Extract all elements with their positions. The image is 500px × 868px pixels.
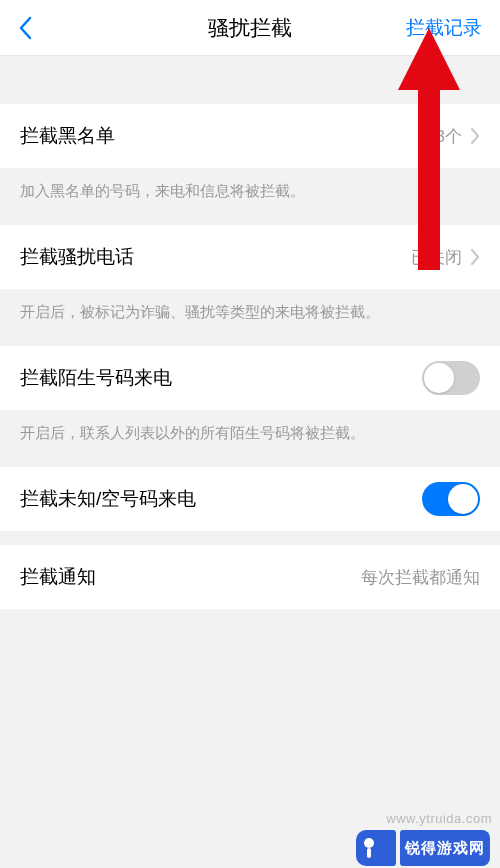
toggle-stranger[interactable] bbox=[422, 361, 480, 395]
row-label: 拦截陌生号码来电 bbox=[20, 365, 172, 391]
back-button[interactable] bbox=[18, 16, 58, 40]
logo-icon bbox=[356, 830, 396, 866]
header: 骚扰拦截 拦截记录 bbox=[0, 0, 500, 56]
row-value: 已关闭 bbox=[411, 246, 462, 269]
row-desc: 开启后，被标记为诈骗、骚扰等类型的来电将被拦截。 bbox=[0, 289, 500, 346]
row-desc: 开启后，联系人列表以外的所有陌生号码将被拦截。 bbox=[0, 410, 500, 467]
row-desc: 加入黑名单的号码，来电和信息将被拦截。 bbox=[0, 168, 500, 225]
row-blacklist[interactable]: 拦截黑名单 3个 bbox=[0, 104, 500, 168]
row-right: 3个 bbox=[436, 125, 480, 148]
row-label: 拦截通知 bbox=[20, 564, 96, 590]
chevron-right-icon bbox=[470, 127, 480, 145]
site-logo: 锐得游戏网 bbox=[356, 830, 490, 866]
row-value: 每次拦截都通知 bbox=[361, 566, 480, 589]
section-gap bbox=[0, 531, 500, 545]
row-block-stranger: 拦截陌生号码来电 bbox=[0, 346, 500, 410]
row-right: 已关闭 bbox=[411, 246, 480, 269]
row-label: 拦截黑名单 bbox=[20, 123, 115, 149]
row-label: 拦截未知/空号码来电 bbox=[20, 486, 196, 512]
row-value: 3个 bbox=[436, 125, 462, 148]
row-label: 拦截骚扰电话 bbox=[20, 244, 134, 270]
records-button[interactable]: 拦截记录 bbox=[406, 15, 482, 41]
toggle-knob bbox=[448, 484, 478, 514]
row-block-unknown: 拦截未知/空号码来电 bbox=[0, 467, 500, 531]
watermark-url: www.ytruida.com bbox=[386, 811, 492, 826]
section-gap bbox=[0, 56, 500, 104]
logo-text: 锐得游戏网 bbox=[400, 830, 490, 866]
page-title: 骚扰拦截 bbox=[208, 14, 292, 42]
toggle-knob bbox=[424, 363, 454, 393]
chevron-right-icon bbox=[470, 248, 480, 266]
chevron-left-icon bbox=[18, 16, 32, 40]
row-right: 每次拦截都通知 bbox=[361, 566, 480, 589]
row-harass-calls[interactable]: 拦截骚扰电话 已关闭 bbox=[0, 225, 500, 289]
row-notify[interactable]: 拦截通知 每次拦截都通知 bbox=[0, 545, 500, 609]
toggle-unknown[interactable] bbox=[422, 482, 480, 516]
